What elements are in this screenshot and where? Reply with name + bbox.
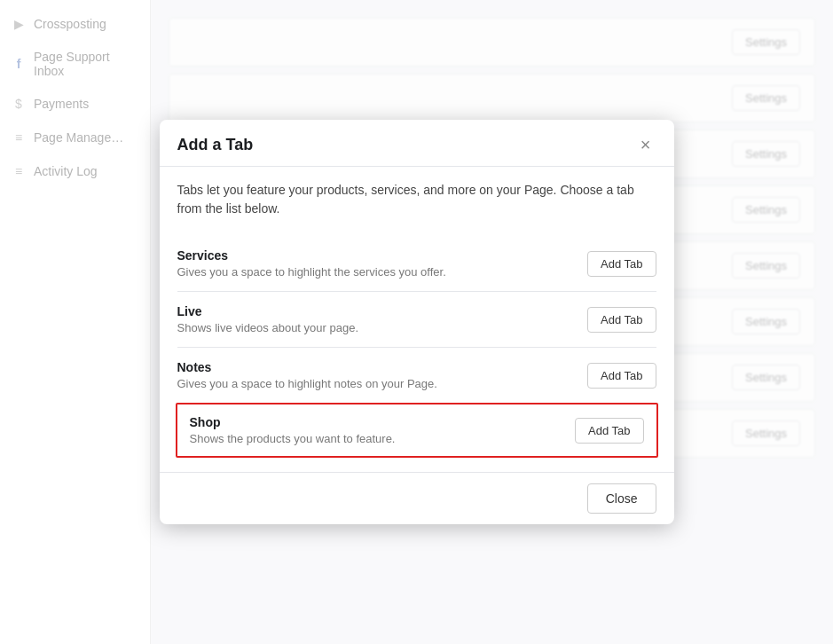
tab-info-live: Live Shows live videos about your page. <box>177 304 574 334</box>
add-tab-services-button[interactable]: Add Tab <box>587 251 656 277</box>
modal-title: Add a Tab <box>177 136 254 154</box>
tab-desc-shop: Shows the products you want to feature. <box>190 432 562 445</box>
tab-name-services: Services <box>177 248 574 263</box>
modal-body: Tabs let you feature your products, serv… <box>160 167 674 472</box>
modal-overlay: Add a Tab × Tabs let you feature your pr… <box>0 0 833 644</box>
add-tab-notes-button[interactable]: Add Tab <box>587 363 656 389</box>
modal-footer: Close <box>160 472 674 524</box>
tab-name-notes: Notes <box>177 360 574 374</box>
tab-info-notes: Notes Gives you a space to highlight not… <box>177 360 574 390</box>
tab-item-notes: Notes Gives you a space to highlight not… <box>177 347 656 403</box>
modal-header: Add a Tab × <box>160 120 674 167</box>
tab-desc-notes: Gives you a space to highlight notes on … <box>177 377 574 390</box>
tab-desc-services: Gives you a space to highlight the servi… <box>177 265 574 279</box>
tab-info-services: Services Gives you a space to highlight … <box>177 248 574 279</box>
modal-footer-close-button[interactable]: Close <box>587 483 656 514</box>
tab-name-shop: Shop <box>190 415 562 429</box>
add-tab-modal: Add a Tab × Tabs let you feature your pr… <box>160 120 674 524</box>
tab-item-shop: Shop Shows the products you want to feat… <box>176 403 658 458</box>
tab-item-services: Services Gives you a space to highlight … <box>177 236 656 291</box>
add-tab-live-button[interactable]: Add Tab <box>587 307 656 333</box>
modal-description: Tabs let you feature your products, serv… <box>177 181 656 218</box>
tab-item-live: Live Shows live videos about your page. … <box>177 291 656 347</box>
add-tab-shop-button[interactable]: Add Tab <box>575 418 643 444</box>
tab-name-live: Live <box>177 304 574 318</box>
modal-close-button[interactable]: × <box>635 134 656 155</box>
tab-info-shop: Shop Shows the products you want to feat… <box>190 415 562 445</box>
tab-desc-live: Shows live videos about your page. <box>177 321 574 334</box>
